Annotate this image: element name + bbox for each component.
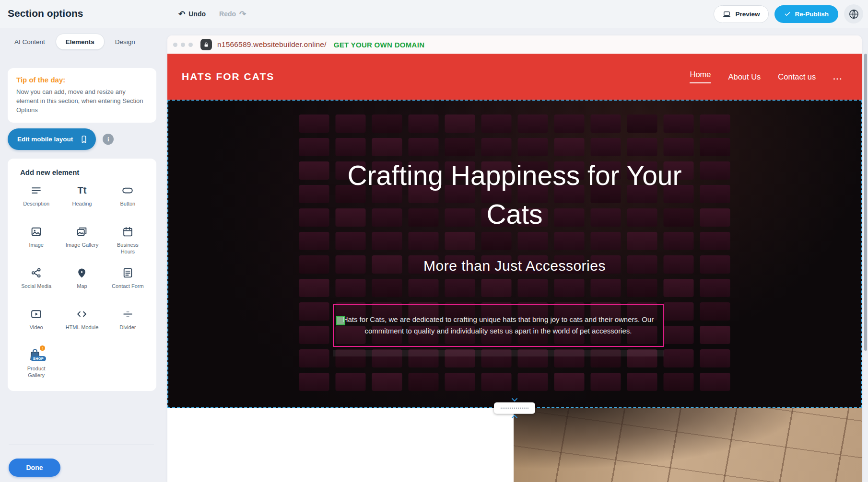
hero-tile — [445, 232, 475, 250]
nav-home[interactable]: Home — [690, 70, 711, 83]
hero-tile — [372, 232, 402, 250]
hero-tile — [481, 138, 512, 156]
element-item-social-media[interactable]: Social Media — [13, 265, 59, 300]
next-section-background — [167, 408, 514, 482]
done-button[interactable]: Done — [9, 459, 60, 477]
hero-tile — [591, 279, 621, 297]
phone-icon — [80, 135, 88, 144]
hero-tile — [700, 373, 730, 391]
element-item-product-gallery[interactable]: SHOP ↑ Product Gallery — [13, 348, 59, 382]
element-item-description[interactable]: Description — [13, 183, 59, 218]
app-root: Section options ↶ Undo Redo ↷ Preview — [0, 0, 868, 482]
hero-tile — [518, 279, 548, 297]
redo-button[interactable]: Redo ↷ — [219, 10, 246, 18]
tab-elements[interactable]: Elements — [56, 34, 105, 50]
tab-design[interactable]: Design — [111, 34, 139, 50]
site-canvas: n1566589.websitebuilder.online/ GET YOUR… — [167, 35, 862, 482]
element-label: Contact Form — [112, 283, 144, 289]
element-label: Map — [77, 283, 87, 289]
hero-tile — [336, 279, 366, 297]
element-item-divider[interactable]: Divider — [105, 307, 151, 341]
calendar-icon — [122, 224, 134, 239]
edit-mobile-layout-button[interactable]: Edit mobile layout — [8, 128, 96, 150]
section-resize-handle[interactable] — [494, 398, 535, 418]
hero-tile — [445, 279, 475, 297]
nav-contact-us[interactable]: Contact us — [778, 72, 816, 81]
site-url[interactable]: n1566589.websitebuilder.online/ — [217, 40, 327, 49]
shop-bag-icon: SHOP ↑ — [28, 348, 45, 362]
hero-tile — [299, 232, 329, 250]
element-ghost-bar — [333, 350, 664, 356]
nav-about-us[interactable]: About Us — [728, 72, 761, 81]
element-item-business-hours[interactable]: Business Hours — [105, 224, 151, 259]
hero-title[interactable]: Crafting Happiness for Your Cats — [347, 156, 682, 234]
hero-tile — [554, 115, 585, 133]
info-icon[interactable]: i — [103, 134, 114, 145]
element-label: Heading — [72, 200, 92, 207]
form-icon — [122, 265, 134, 280]
next-section-preview — [167, 408, 862, 482]
description-icon — [30, 183, 42, 197]
hero-tile — [591, 373, 621, 391]
canvas-scrollbar[interactable] — [864, 54, 867, 351]
selected-text-element[interactable]: Hats for Cats, we are dedicated to craft… — [333, 304, 664, 347]
element-label: Divider — [119, 324, 136, 331]
hero-subtitle[interactable]: More than Just Accessories — [167, 258, 862, 274]
hero-tile — [372, 279, 402, 297]
republish-button[interactable]: Re-Publish — [774, 5, 838, 23]
hero-tile — [664, 373, 694, 391]
language-button[interactable] — [844, 4, 863, 23]
element-item-image[interactable]: Image — [13, 224, 59, 259]
hero-tile — [372, 373, 402, 391]
hero-tile — [299, 326, 329, 344]
nav-more[interactable]: ... — [833, 72, 843, 81]
page-title: Section options — [8, 8, 83, 19]
element-item-video[interactable]: Video — [13, 307, 59, 341]
tip-title: Tip of the day: — [16, 76, 148, 84]
tab-ai-content[interactable]: AI Content — [11, 34, 49, 50]
hero-tile — [627, 138, 657, 156]
hero-tile — [299, 373, 329, 391]
hero-tile — [299, 349, 329, 367]
hero-tile — [664, 138, 694, 156]
redo-label: Redo — [219, 10, 236, 18]
hero-tile — [481, 115, 512, 133]
preview-button[interactable]: Preview — [714, 5, 769, 23]
resize-pill — [494, 402, 535, 414]
element-item-contact-form[interactable]: Contact Form — [105, 265, 151, 300]
upgrade-badge-icon: ↑ — [39, 344, 46, 352]
element-item-html-module[interactable]: HTML Module — [59, 307, 105, 341]
hero-tile — [627, 279, 657, 297]
hero-paragraph[interactable]: Hats for Cats, we are dedicated to craft… — [340, 314, 657, 337]
undo-button[interactable]: ↶ Undo — [178, 10, 206, 18]
button-icon — [121, 183, 134, 197]
element-item-map[interactable]: Map — [59, 265, 105, 300]
code-icon — [76, 307, 88, 321]
site-logo[interactable]: HATS FOR CATS — [182, 71, 274, 82]
hero-tile — [554, 279, 585, 297]
element-label: Button — [120, 200, 135, 207]
hero-tile — [299, 185, 329, 203]
hero-section[interactable]: Crafting Happiness for Your Cats More th… — [167, 100, 862, 408]
element-label: Business Hours — [110, 241, 145, 255]
get-domain-link[interactable]: GET YOUR OWN DOMAIN — [334, 41, 425, 49]
element-label: Image Gallery — [66, 241, 98, 248]
hero-tile — [445, 138, 475, 156]
hero-tile — [664, 279, 694, 297]
tip-card: Tip of the day: Now you can add, move an… — [8, 68, 156, 123]
drag-handle[interactable] — [336, 316, 345, 325]
element-label: Video — [30, 324, 43, 331]
hero-tile — [700, 326, 730, 344]
hero-tile — [700, 138, 730, 156]
hero-tile — [409, 373, 439, 391]
hero-tile — [664, 326, 694, 344]
mobile-layout-row: Edit mobile layout i — [8, 128, 114, 150]
element-item-button[interactable]: Button — [105, 183, 151, 218]
element-label: Image — [29, 241, 44, 248]
element-item-image-gallery[interactable]: Image Gallery — [59, 224, 105, 259]
element-item-heading[interactable]: Tt Heading — [59, 183, 105, 218]
globe-icon — [848, 9, 859, 20]
redo-icon: ↷ — [239, 10, 246, 18]
hero-tile — [409, 115, 439, 133]
sidebar-divider — [9, 445, 154, 445]
